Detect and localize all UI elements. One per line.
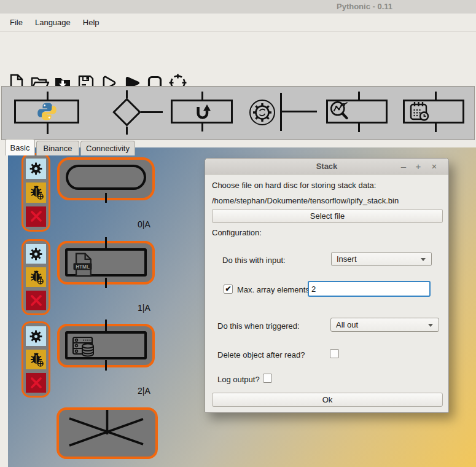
ok-button[interactable]: Ok xyxy=(212,393,443,407)
junction-lines-icon xyxy=(59,410,155,457)
trigger-mode-label: Do this when triggered: xyxy=(217,321,300,331)
tab-binance[interactable]: Binance xyxy=(36,141,79,155)
element-2-settings-button[interactable] xyxy=(26,326,46,346)
dialog-minimize-button[interactable]: – xyxy=(398,161,409,172)
element-2-tool-column xyxy=(21,321,50,398)
html-element-connector-bottom xyxy=(105,278,107,288)
gear-icon xyxy=(28,161,44,176)
scheduler-connector-bottom xyxy=(435,124,437,132)
toolbox-python-element[interactable] xyxy=(14,100,79,124)
start-element-shape xyxy=(66,165,146,190)
window-titlebar: Pythonic - 0.11 xyxy=(0,0,476,14)
html-element-shape: HTML xyxy=(65,248,147,277)
server-element-shape xyxy=(65,331,147,359)
element-2-label: 2|A xyxy=(138,386,150,396)
input-mode-dropdown[interactable]: Insert xyxy=(331,252,432,266)
element-2-delete-button[interactable] xyxy=(26,373,46,393)
menubar: File Language Help xyxy=(0,14,476,32)
python-logo-icon xyxy=(37,101,57,122)
select-file-button[interactable]: Select file xyxy=(212,209,443,223)
element-1-debug-button[interactable] xyxy=(26,267,46,287)
max-elements-label: Max. array elements: xyxy=(237,285,311,294)
dialog-maximize-button[interactable]: + xyxy=(413,161,424,172)
trigger-mode-dropdown[interactable]: All out xyxy=(330,318,439,332)
element-0-settings-button[interactable] xyxy=(26,159,46,179)
bug-icon xyxy=(28,184,44,200)
delete-x-icon xyxy=(28,208,44,224)
delete-x-icon xyxy=(28,292,44,308)
bug-icon xyxy=(28,351,44,367)
dropdown-arrow-icon xyxy=(428,324,433,327)
element-1-tool-column xyxy=(21,239,50,315)
toolbox-pipeline-element[interactable] xyxy=(326,100,388,124)
max-elements-input[interactable] xyxy=(308,281,431,297)
toolbox-return-element[interactable] xyxy=(171,100,233,124)
stack-dialog: Stack – + × Choose file on hard disc for… xyxy=(205,158,449,413)
magnifier-chart-icon xyxy=(329,100,352,123)
element-0-label: 0|A xyxy=(138,219,150,229)
process-connector-horizontal xyxy=(282,111,317,112)
start-element-connector xyxy=(105,193,107,203)
gear-icon xyxy=(28,329,44,344)
branch-connector-top xyxy=(126,90,128,98)
log-output-checkbox[interactable] xyxy=(263,374,272,383)
element-1-delete-button[interactable] xyxy=(26,291,46,310)
bug-icon xyxy=(28,269,44,285)
toolbox-branch-element[interactable] xyxy=(112,98,141,127)
input-mode-label: Do this with input: xyxy=(222,256,286,265)
app-window: Pythonic - 0.11 File Language Help xyxy=(0,0,476,467)
menu-help[interactable]: Help xyxy=(83,18,99,27)
element-1-label: 1|A xyxy=(138,303,150,313)
file-path-text: /home/stephan/Dokumente/tensorflow/ipify… xyxy=(212,196,399,205)
toolbar xyxy=(0,32,476,69)
tab-connectivity[interactable]: Connectivity xyxy=(80,141,135,155)
dropdown-arrow-icon xyxy=(421,258,426,261)
choose-file-label: Choose file on hard disc for storing sta… xyxy=(212,181,376,190)
dialog-title: Stack xyxy=(205,162,448,171)
database-server-icon xyxy=(71,336,99,360)
delete-after-read-label: Delete object after read? xyxy=(217,350,305,359)
svg-text:HTML: HTML xyxy=(76,264,90,270)
window-title: Pythonic - 0.11 xyxy=(337,2,392,11)
element-0-debug-button[interactable] xyxy=(26,182,46,203)
log-output-label: Log output? xyxy=(217,375,260,384)
calendar-clock-icon xyxy=(407,100,431,123)
return-connector-bottom xyxy=(201,124,203,131)
branch-connector-right xyxy=(141,111,163,113)
tab-basic[interactable]: Basic xyxy=(5,139,35,155)
dialog-titlebar[interactable]: Stack – + × xyxy=(205,159,448,175)
element-toolbox xyxy=(1,86,475,140)
server-element-connector-bottom xyxy=(105,360,107,371)
workflow-canvas[interactable]: 0|A xyxy=(8,147,476,467)
toolbox-process-element[interactable] xyxy=(249,99,276,126)
element-1-settings-button[interactable] xyxy=(26,244,46,264)
element-0-delete-button[interactable] xyxy=(26,206,46,227)
html-file-icon: HTML xyxy=(71,252,95,278)
toolbox-scheduler-element[interactable] xyxy=(403,100,464,124)
element-2-debug-button[interactable] xyxy=(26,350,46,369)
pipeline-connector-bottom xyxy=(358,124,360,132)
element-0-tool-column xyxy=(21,153,50,232)
branch-connector-bottom xyxy=(126,127,128,135)
tabbar: Basic Binance Connectivity xyxy=(0,69,476,87)
menu-language[interactable]: Language xyxy=(35,18,71,27)
delete-x-icon xyxy=(28,375,44,391)
junction-element[interactable] xyxy=(57,407,158,459)
u-turn-arrow-icon xyxy=(191,102,213,122)
configuration-label: Configuration: xyxy=(212,228,262,237)
max-elements-checkbox[interactable]: ✔ xyxy=(224,285,233,294)
menu-file[interactable]: File xyxy=(10,18,23,27)
python-element-connector-bottom xyxy=(47,124,49,134)
dialog-close-button[interactable]: × xyxy=(429,161,440,172)
server-element-connector-top xyxy=(105,320,107,331)
delete-after-read-checkbox[interactable] xyxy=(330,349,339,358)
html-element-connector-top xyxy=(105,237,107,248)
gear-icon xyxy=(28,246,44,262)
